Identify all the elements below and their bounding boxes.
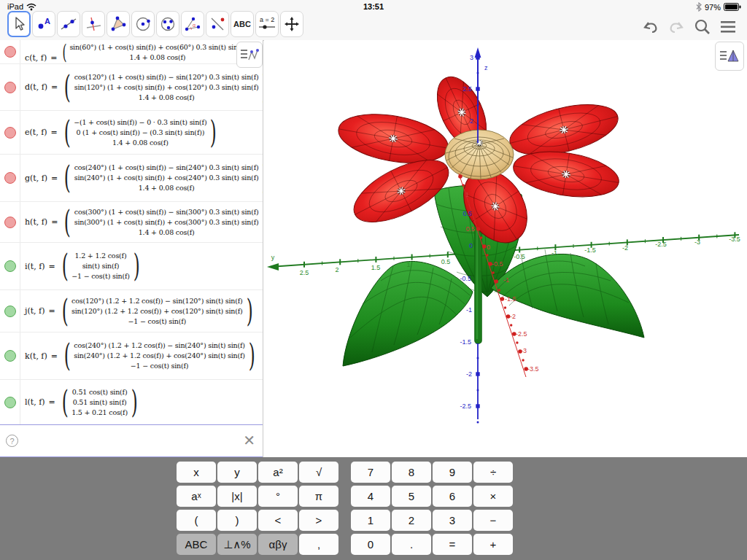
key-3[interactable]: 3: [433, 510, 472, 531]
search-icon[interactable]: [694, 18, 711, 36]
tool-line-point[interactable]: [206, 11, 229, 37]
line-point-icon: [209, 16, 226, 32]
tool-text[interactable]: ABC: [231, 11, 254, 37]
algebra-row-h[interactable]: h(t, f) = ( cos(300°) (1 + cos(t) sin(f)…: [0, 202, 263, 243]
visibility-toggle[interactable]: [4, 397, 16, 408]
visibility-toggle[interactable]: [4, 82, 16, 93]
visibility-toggle[interactable]: [4, 127, 16, 139]
algebra-row-d[interactable]: d(t, f) = ( cos(120°) (1 + cos(t) sin(f)…: [0, 64, 263, 111]
input-clear-icon[interactable]: ✕: [243, 433, 255, 448]
key-8[interactable]: 8: [392, 462, 431, 483]
menu-icon[interactable]: [721, 21, 735, 33]
leaf-left[interactable]: [343, 261, 473, 366]
key-9[interactable]: 9: [433, 462, 472, 483]
line-icon: [60, 16, 77, 32]
redo-icon[interactable]: [668, 20, 684, 34]
point-icon: A: [35, 16, 53, 32]
key-1[interactable]: 1: [351, 510, 390, 531]
key-divide[interactable]: ÷: [473, 462, 513, 483]
key-4[interactable]: 4: [351, 486, 390, 507]
visibility-toggle[interactable]: [4, 260, 16, 272]
input-help-icon[interactable]: ?: [6, 435, 18, 447]
tool-line[interactable]: [57, 11, 80, 37]
svg-text:A: A: [44, 17, 50, 26]
svg-text:0.5: 0.5: [462, 210, 472, 217]
svg-text:3: 3: [470, 54, 473, 61]
key-greek-layout[interactable]: αβγ: [258, 534, 298, 555]
algebra-row-c[interactable]: c(t, f) = ( sin(60°) (1 + cos(t) sin(f))…: [0, 40, 263, 64]
key-less-than[interactable]: <: [258, 510, 298, 531]
key-x[interactable]: x: [177, 462, 216, 483]
visibility-toggle[interactable]: [4, 306, 16, 317]
algebra-input-row[interactable]: ? ✕: [0, 424, 263, 457]
key-greater-than[interactable]: >: [299, 510, 338, 531]
svg-text:1: 1: [465, 191, 469, 198]
angle-icon: α: [184, 16, 201, 32]
object-label: h(t, f): [25, 217, 47, 227]
visibility-toggle[interactable]: [4, 46, 16, 58]
key-2[interactable]: 2: [392, 510, 431, 531]
key-7[interactable]: 7: [351, 462, 390, 483]
algebra-row-j[interactable]: j(t, f) = ( cos(120°) (1.2 + 1.2 cos(f))…: [0, 290, 263, 332]
undo-icon[interactable]: [643, 20, 659, 34]
visibility-toggle[interactable]: [4, 350, 16, 362]
svg-text:-3.5: -3.5: [527, 365, 539, 373]
tool-angle[interactable]: α: [181, 11, 204, 37]
algebra-row-i[interactable]: i(t, f) = ( 1.2 + 1.2 cos(f)sin(t) sin(f…: [0, 243, 263, 290]
algebra-row-k[interactable]: k(t, f) = ( cos(240°) (1.2 + 1.2 cos(f))…: [0, 332, 263, 380]
key-square[interactable]: a²: [258, 462, 298, 483]
key-equals[interactable]: =: [433, 534, 472, 555]
key-minus[interactable]: −: [473, 510, 513, 531]
svg-text:-0.5: -0.5: [460, 275, 471, 282]
svg-text:z: z: [484, 64, 488, 71]
object-label: g(t, f): [25, 174, 47, 183]
key-degree[interactable]: °: [258, 486, 298, 507]
key-6[interactable]: 6: [433, 486, 472, 507]
algebra-row-e[interactable]: e(t, f) = ( −(1 + cos(t) sin(f)) − 0 · 0…: [0, 111, 263, 155]
key-paren-close[interactable]: ): [217, 510, 257, 531]
key-5[interactable]: 5: [392, 486, 431, 507]
svg-text:-1.5: -1.5: [505, 295, 516, 303]
svg-text:-0.5: -0.5: [492, 260, 503, 268]
graphics-view-3d[interactable]: 32.520.50-0.5-1-1.5-2-2.5z2.521.510.5-0.…: [264, 40, 747, 457]
algebra-row-g[interactable]: g(t, f) = ( cos(240°) (1 + cos(t) sin(f)…: [0, 155, 263, 202]
matrix-definition: 0.51 cos(t) sin(f)0.51 sin(t) sin(f)1.5 …: [71, 387, 128, 418]
graphics3d-stylebar-button[interactable]: [715, 42, 744, 71]
tool-circle[interactable]: [131, 11, 155, 37]
flower-center[interactable]: [445, 130, 514, 179]
key-power[interactable]: aˣ: [177, 486, 216, 507]
visibility-toggle[interactable]: [4, 172, 16, 184]
svg-text:a = 2: a = 2: [260, 16, 274, 23]
tool-move[interactable]: [7, 11, 31, 37]
svg-text:2.5: 2.5: [462, 85, 472, 93]
tool-point[interactable]: A: [32, 11, 55, 37]
tool-polygon[interactable]: [107, 11, 130, 37]
svg-text:-2: -2: [510, 313, 516, 320]
algebra-row-l[interactable]: l(t, f) = ( 0.51 cos(t) sin(f)0.51 sin(t…: [0, 380, 263, 424]
key-paren-open[interactable]: (: [177, 510, 216, 531]
key-abc-layout[interactable]: ABC: [177, 534, 216, 555]
key-0[interactable]: 0: [351, 534, 390, 555]
visibility-toggle[interactable]: [4, 217, 16, 228]
key-y[interactable]: y: [217, 462, 257, 483]
key-pi[interactable]: π: [299, 486, 338, 507]
tool-perpendicular-line[interactable]: [82, 11, 105, 37]
key-multiply[interactable]: ×: [473, 486, 513, 507]
svg-text:0.5: 0.5: [465, 225, 475, 233]
tool-slider[interactable]: a = 2: [255, 11, 279, 37]
svg-text:-1: -1: [466, 306, 472, 314]
key-comma[interactable]: ,: [299, 534, 338, 555]
tool-move-graphics-view[interactable]: [280, 11, 303, 37]
tool-conic[interactable]: [156, 11, 179, 37]
svg-text:-1: -1: [503, 276, 509, 284]
key-plus[interactable]: +: [473, 534, 513, 555]
battery-icon: [724, 3, 741, 11]
key-symbols-layout[interactable]: ⊥∧%: [217, 534, 257, 555]
slider-icon: a = 2: [258, 15, 276, 33]
key-sqrt[interactable]: √: [299, 462, 338, 483]
object-label: l(t, f): [25, 397, 45, 407]
svg-text:-0.5: -0.5: [514, 253, 525, 260]
key-decimal[interactable]: .: [392, 534, 431, 555]
key-abs[interactable]: |x|: [217, 486, 257, 507]
algebra-stylebar-button[interactable]: [236, 42, 263, 68]
